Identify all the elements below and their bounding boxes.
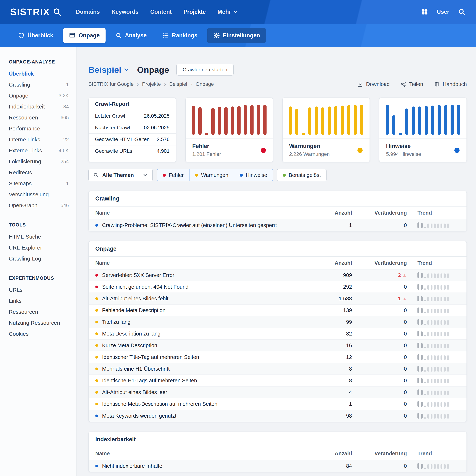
table-row[interactable]: Mehr als eine H1-Überschrift80 (89, 363, 466, 375)
table-row[interactable]: Identische Meta-Description auf mehreren… (89, 398, 466, 410)
chart-bar (237, 106, 240, 135)
chart-bar (250, 105, 253, 135)
sidebar-item-opengraph[interactable]: OpenGraph546 (9, 202, 69, 208)
sidebar-item-crawling[interactable]: Crawling1 (9, 82, 69, 88)
severity-dot (95, 321, 98, 323)
topnav-item-content[interactable]: Content (150, 9, 171, 15)
sidebar-item-ressourcen[interactable]: Ressourcen665 (9, 115, 69, 121)
summary-card-title: Hinweise (386, 143, 460, 150)
sidebar-item-cookies[interactable]: Cookies (9, 331, 69, 337)
project-selector[interactable]: Beispiel (88, 65, 130, 75)
sidebar-item-lokalisierung[interactable]: Lokalisierung254 (9, 158, 69, 165)
column-header-name: Name (95, 260, 315, 266)
action-download[interactable]: Download (357, 81, 390, 87)
action-teilen[interactable]: Teilen (400, 81, 423, 87)
sidebar-item-externe-links[interactable]: Externe Links4,6K (9, 147, 69, 154)
table-row[interactable]: Crawling-Probleme: SISTRIX-Crawler auf (… (89, 219, 466, 231)
trend-cell (407, 318, 460, 326)
severity-dot (95, 286, 98, 288)
chart-bar (224, 107, 227, 135)
topnav-item-keywords[interactable]: Keywords (111, 9, 138, 15)
sidebar-item-ressourcen[interactable]: Ressourcen (9, 309, 69, 315)
table-row[interactable]: Serverfehler: 5XX Server Error9092▲ (89, 270, 466, 281)
table-row[interactable]: Titel zu lang990 (89, 316, 466, 328)
topic-filter-select[interactable]: Alle Themen (88, 169, 153, 181)
anzahl-cell: 99 (315, 319, 352, 325)
summary-card-footer: Fehler1.201 Fehler (186, 138, 273, 162)
filter-chip-warnungen[interactable]: Warnungen (189, 169, 234, 181)
breadcrumb-item[interactable]: Beispiel (169, 81, 187, 87)
user-menu[interactable]: User (437, 9, 449, 15)
filter-chip-bereits-geloest[interactable]: Bereits gelöst (277, 169, 327, 181)
table-row[interactable]: Alt-Attribut eines Bildes fehlt1.5881▲ (89, 293, 466, 305)
issue-name: Crawling-Probleme: SISTRIX-Crawler auf (… (102, 222, 277, 228)
subnav-item-onpage[interactable]: Onpage (63, 28, 105, 43)
filter-chip-fehler[interactable]: Fehler (157, 169, 189, 181)
sidebar-item-indexierbarkeit[interactable]: Indexierbarkeit84 (9, 103, 69, 110)
topnav-item-mehr[interactable]: Mehr (218, 9, 238, 15)
topnav-item-domains[interactable]: Domains (76, 9, 100, 15)
sidebar-item-nutzung-ressourcen[interactable]: Nutzung Ressourcen (9, 320, 69, 326)
chart-bar (328, 106, 331, 135)
trend-cell (407, 412, 460, 420)
subnav-item-rankings[interactable]: Rankings (157, 28, 204, 43)
list-icon (162, 32, 169, 39)
table-row[interactable]: Alt-Attribut eines Bildes leer40 (89, 387, 466, 398)
summary-card-title: Fehler (192, 143, 266, 150)
table-row[interactable]: Kurze Meta Description160 (89, 340, 466, 351)
sidebar-item-crawling-log[interactable]: Crawling-Log (9, 255, 69, 262)
logo-magnifier-icon (52, 7, 62, 17)
topnav-item-projekte[interactable]: Projekte (183, 9, 206, 15)
table-row[interactable]: Nicht indexierbare Inhalte840 (89, 460, 466, 472)
table-header-row: NameAnzahlVeränderungTrend (89, 206, 466, 219)
subnav-item-einstellungen[interactable]: Einstellungen (207, 28, 266, 43)
sidebar-item-links[interactable]: Links (9, 298, 69, 304)
subnav-item-ueberblick[interactable]: Überblick (12, 28, 59, 43)
trend-sparkline (417, 221, 449, 228)
apps-grid-icon[interactable] (421, 8, 428, 15)
issue-name-cell: Identische H1-Tags auf mehreren Seiten (95, 378, 315, 384)
sidebar-item-ueberblick[interactable]: Überblick (9, 71, 69, 77)
sidebar-item-verschluesselung[interactable]: Verschlüsselung (9, 191, 69, 198)
sidebar-item-url-explorer[interactable]: URL-Explorer (9, 245, 69, 251)
sidebar-item-html-suche[interactable]: HTML-Suche (9, 234, 69, 240)
table-row[interactable]: Fehlende Meta Description1390 (89, 305, 466, 316)
chart-bar (244, 105, 247, 135)
brand-logo[interactable]: SISTRIX (10, 6, 62, 17)
sidebar-item-redirects[interactable]: Redirects (9, 170, 69, 176)
chart-bar (295, 109, 298, 135)
table-row[interactable]: Identische H1-Tags auf mehreren Seiten80 (89, 375, 466, 387)
sidebar-item-label: Cookies (9, 331, 29, 337)
chart-bar (315, 106, 318, 135)
sidebar-item-interne-links[interactable]: Interne Links22 (9, 136, 69, 143)
sidebar-item-urls[interactable]: URLs (9, 287, 69, 293)
table-row[interactable]: Meta Description zu lang320 (89, 328, 466, 340)
table-row[interactable]: Seite nicht gefunden: 404 Not Found2920 (89, 281, 466, 293)
sidebar-item-sitemaps[interactable]: Sitemaps1 (9, 180, 69, 187)
sidebar-item-performance[interactable]: Performance (9, 125, 69, 132)
table-row[interactable]: Identischer Title-Tag auf mehreren Seite… (89, 351, 466, 363)
veraenderung-cell: 0 (352, 378, 407, 384)
crawl-report-label: Gecrawlte URLs (95, 148, 132, 154)
chart-bar (431, 105, 434, 135)
anzahl-cell: 1 (315, 401, 352, 407)
sidebar-item-onpage[interactable]: Onpage3,2K (9, 93, 69, 99)
trend-cell (407, 330, 460, 338)
column-header-anzahl: Anzahl (315, 210, 352, 216)
breadcrumb-item[interactable]: SISTRIX für Google (88, 81, 134, 87)
breadcrumb-item[interactable]: Onpage (196, 81, 214, 87)
trend-sparkline (417, 295, 449, 301)
action-handbuch[interactable]: Handbuch (434, 81, 467, 87)
sidebar-item-label: Verschlüsselung (9, 191, 49, 198)
restart-crawler-button[interactable]: Crawler neu starten (176, 64, 233, 76)
table-row[interactable]: Meta Keywords werden genutzt980 (89, 410, 466, 422)
search-icon[interactable] (458, 8, 466, 16)
filter-chip-hinweise[interactable]: Hinweise (234, 169, 273, 181)
resolved-chip-holder: Bereits gelöst (273, 169, 327, 181)
chart-bar (386, 105, 389, 135)
breadcrumb-item[interactable]: Projekte (142, 81, 161, 87)
crawl-report-label: Letzter Crawl (95, 113, 125, 119)
sidebar-item-count: 1 (66, 181, 69, 187)
subnav-item-analyse[interactable]: Analyse (110, 28, 153, 43)
brand-text: SISTRIX (10, 6, 50, 17)
